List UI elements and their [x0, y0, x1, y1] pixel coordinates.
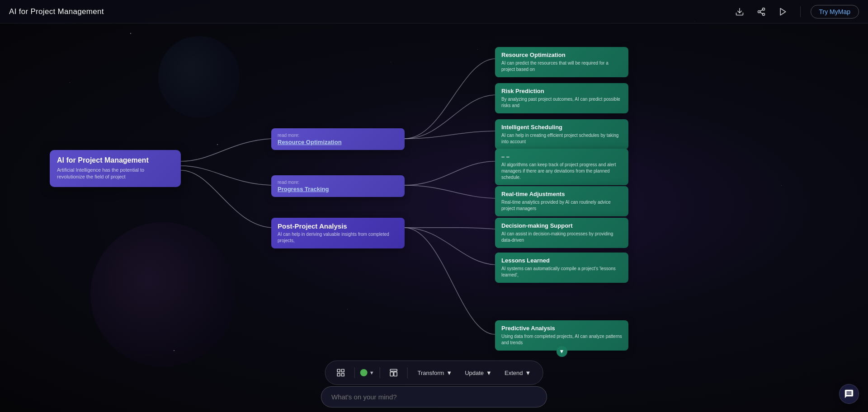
leaf-title-decision-making: Decision-making Support — [501, 222, 622, 229]
svg-rect-11 — [390, 370, 397, 371]
transform-dropdown-button[interactable]: Transform ▼ — [413, 367, 457, 379]
leaf-title-risk-prediction: Risk Prediction — [501, 88, 622, 94]
extend-label: Extend — [505, 370, 523, 376]
leaf-desc-intelligent-scheduling: AI can help in creating efficient projec… — [501, 132, 622, 145]
leaf-node-risk-prediction[interactable]: Risk Prediction By analyzing past projec… — [495, 83, 628, 113]
leaf-desc-decision-making: AI can assist in decision-making process… — [501, 231, 622, 243]
svg-line-4 — [760, 12, 763, 14]
transform-chevron-icon: ▼ — [446, 370, 452, 376]
expand-indicator[interactable]: ▼ — [557, 346, 567, 357]
update-label: Update — [465, 370, 484, 376]
connections-svg — [0, 23, 868, 412]
update-chevron-icon: ▼ — [486, 370, 492, 376]
branch-node-resource-opt[interactable]: read more: Resource Optimization — [271, 128, 405, 150]
leaf-node-realtime-adjustments[interactable]: Real-time Adjustments Real-time analytic… — [495, 186, 628, 216]
leaf-desc-resource-opt: AI can predict the resources that will b… — [501, 60, 622, 73]
branch-node-desc-3: AI can help in deriving valuable insight… — [278, 231, 398, 244]
svg-rect-9 — [341, 374, 344, 376]
svg-marker-6 — [780, 8, 786, 15]
central-node[interactable]: AI for Project Management Artificial Int… — [50, 150, 181, 187]
branch-node-title-1[interactable]: Resource Optimization — [278, 139, 398, 145]
leaf-desc-predictive-analysis: Using data from completed projects, AI c… — [501, 333, 622, 346]
bottom-toolbar: ▼ Transform ▼ Update ▼ Extend ▼ — [325, 360, 543, 385]
leaf-desc-risk-prediction: By analyzing past project outcomes, AI c… — [501, 96, 622, 109]
leaf-node-predictive-analysis[interactable]: Predictive Analysis Using data from comp… — [495, 320, 628, 351]
extend-chevron-icon: ▼ — [525, 370, 531, 376]
update-dropdown-button[interactable]: Update ▼ — [460, 367, 496, 379]
leaf-title-predictive-analysis: Predictive Analysis — [501, 325, 622, 332]
toolbar-sep-3 — [407, 367, 408, 378]
leaf-title-progress-tracking: – – — [501, 153, 622, 160]
leaf-title-intelligent-scheduling: Intelligent Scheduling — [501, 124, 622, 131]
leaf-desc-progress-tracking: AI algorithms can keep track of project … — [501, 162, 622, 181]
header-actions: Try MyMap — [732, 5, 859, 19]
leaf-title-realtime-adjustments: Real-time Adjustments — [501, 191, 622, 197]
branch-node-read-more-1: read more: — [278, 133, 398, 138]
extend-dropdown-button[interactable]: Extend ▼ — [500, 367, 535, 379]
svg-rect-7 — [337, 370, 340, 372]
download-button[interactable] — [732, 5, 747, 19]
svg-rect-8 — [341, 370, 344, 372]
central-node-desc: Artificial Intelligence has the potentia… — [57, 167, 174, 181]
leaf-title-lessons-learned: Lessons Learned — [501, 257, 622, 264]
transform-label: Transform — [418, 370, 444, 376]
svg-rect-13 — [394, 372, 397, 376]
leaf-node-decision-making[interactable]: Decision-making Support AI can assist in… — [495, 218, 628, 248]
header-separator — [800, 6, 801, 17]
play-button[interactable] — [776, 5, 790, 19]
svg-line-5 — [760, 9, 763, 11]
leaf-node-intelligent-scheduling[interactable]: Intelligent Scheduling AI can help in cr… — [495, 119, 628, 150]
leaf-title-resource-opt: Resource Optimization — [501, 52, 622, 58]
header: AI for Project Management Try MyMap — [0, 0, 868, 23]
leaf-node-lessons-learned[interactable]: Lessons Learned AI systems can automatic… — [495, 253, 628, 283]
mindmap-canvas: AI for Project Management Artificial Int… — [0, 23, 868, 412]
app-title: AI for Project Management — [9, 7, 104, 16]
branch-node-title-3[interactable]: Post-Project Analysis — [278, 222, 398, 230]
color-dot — [360, 369, 368, 376]
try-mymap-button[interactable]: Try MyMap — [811, 5, 859, 19]
leaf-node-resource-opt[interactable]: Resource Optimization AI can predict the… — [495, 47, 628, 77]
branch-node-read-more-2: read more: — [278, 180, 398, 185]
share-button[interactable] — [754, 5, 769, 19]
leaf-node-progress-tracking[interactable]: – – AI algorithms can keep track of proj… — [495, 149, 628, 185]
chat-support-button[interactable] — [839, 384, 859, 404]
toolbar-sep-2 — [380, 367, 380, 378]
color-picker-button[interactable]: ▼ — [360, 369, 374, 376]
branch-node-title-2[interactable]: Progress Tracking — [278, 186, 398, 192]
chat-input-container — [321, 386, 547, 407]
view-icon-button[interactable] — [333, 365, 349, 381]
leaf-desc-lessons-learned: AI systems can automatically compile a p… — [501, 266, 622, 278]
branch-node-post-project[interactable]: Post-Project Analysis AI can help in der… — [271, 218, 405, 248]
chat-input[interactable] — [321, 386, 547, 407]
toolbar-sep-1 — [354, 367, 355, 378]
branch-node-progress-track[interactable]: read more: Progress Tracking — [271, 175, 405, 197]
svg-rect-12 — [390, 372, 393, 376]
color-chevron-icon: ▼ — [369, 370, 374, 375]
svg-rect-10 — [337, 374, 340, 376]
central-node-title: AI for Project Management — [57, 156, 174, 164]
leaf-desc-realtime-adjustments: Real-time analytics provided by AI can r… — [501, 199, 622, 212]
layout-icon-button[interactable] — [386, 365, 402, 381]
